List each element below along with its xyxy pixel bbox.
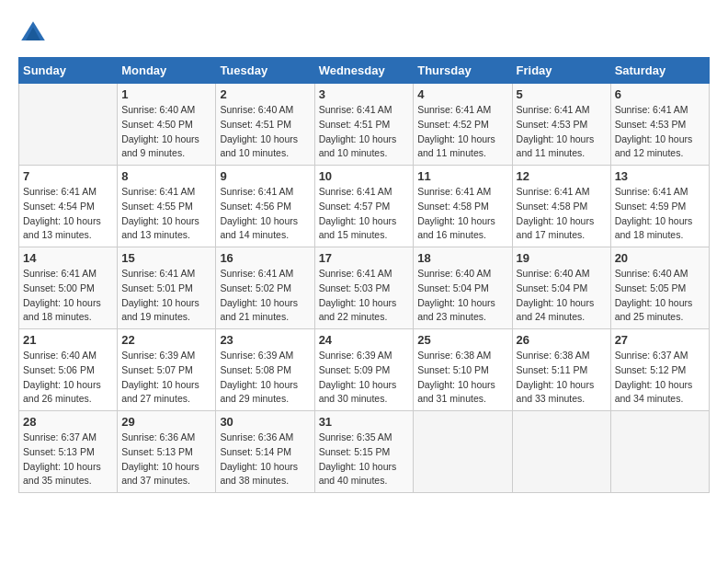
logo bbox=[18, 18, 53, 48]
day-info: Sunrise: 6:41 AMSunset: 4:55 PMDaylight:… bbox=[121, 185, 211, 243]
day-number: 3 bbox=[319, 87, 410, 101]
weekday-header-monday: Monday bbox=[118, 58, 216, 84]
day-number: 31 bbox=[319, 415, 410, 429]
day-cell: 12Sunrise: 6:41 AMSunset: 4:58 PMDayligh… bbox=[512, 166, 610, 247]
day-cell: 10Sunrise: 6:41 AMSunset: 4:57 PMDayligh… bbox=[314, 166, 414, 247]
day-info: Sunrise: 6:41 AMSunset: 4:58 PMDaylight:… bbox=[517, 185, 607, 243]
day-number: 14 bbox=[23, 251, 113, 265]
day-number: 7 bbox=[23, 169, 113, 183]
day-info: Sunrise: 6:41 AMSunset: 5:00 PMDaylight:… bbox=[23, 267, 113, 325]
day-info: Sunrise: 6:40 AMSunset: 5:06 PMDaylight:… bbox=[23, 349, 113, 407]
day-info: Sunrise: 6:39 AMSunset: 5:07 PMDaylight:… bbox=[121, 349, 211, 407]
day-info: Sunrise: 6:41 AMSunset: 5:02 PMDaylight:… bbox=[220, 267, 310, 325]
day-info: Sunrise: 6:41 AMSunset: 4:53 PMDaylight:… bbox=[615, 103, 705, 161]
day-number: 16 bbox=[220, 251, 310, 265]
day-number: 11 bbox=[417, 169, 507, 183]
day-number: 22 bbox=[121, 333, 211, 347]
week-row-4: 21Sunrise: 6:40 AMSunset: 5:06 PMDayligh… bbox=[19, 329, 710, 411]
day-cell: 30Sunrise: 6:36 AMSunset: 5:14 PMDayligh… bbox=[216, 411, 314, 493]
day-cell: 25Sunrise: 6:38 AMSunset: 5:10 PMDayligh… bbox=[414, 329, 512, 411]
day-info: Sunrise: 6:37 AMSunset: 5:12 PMDaylight:… bbox=[615, 349, 705, 407]
day-info: Sunrise: 6:40 AMSunset: 5:04 PMDaylight:… bbox=[517, 267, 607, 325]
day-number: 1 bbox=[121, 87, 211, 101]
day-cell: 13Sunrise: 6:41 AMSunset: 4:59 PMDayligh… bbox=[610, 166, 709, 247]
weekday-header-row: SundayMondayTuesdayWednesdayThursdayFrid… bbox=[19, 58, 710, 84]
day-number: 27 bbox=[615, 333, 705, 347]
day-info: Sunrise: 6:41 AMSunset: 4:59 PMDaylight:… bbox=[615, 185, 705, 243]
calendar-table: SundayMondayTuesdayWednesdayThursdayFrid… bbox=[18, 57, 710, 493]
day-info: Sunrise: 6:41 AMSunset: 4:51 PMDaylight:… bbox=[319, 103, 410, 161]
day-cell: 14Sunrise: 6:41 AMSunset: 5:00 PMDayligh… bbox=[19, 247, 118, 329]
day-cell: 24Sunrise: 6:39 AMSunset: 5:09 PMDayligh… bbox=[314, 329, 414, 411]
day-info: Sunrise: 6:38 AMSunset: 5:10 PMDaylight:… bbox=[417, 349, 507, 407]
day-number: 17 bbox=[319, 251, 410, 265]
day-cell bbox=[19, 84, 118, 166]
day-cell: 6Sunrise: 6:41 AMSunset: 4:53 PMDaylight… bbox=[610, 84, 709, 166]
day-cell: 29Sunrise: 6:36 AMSunset: 5:13 PMDayligh… bbox=[118, 411, 216, 493]
day-number: 23 bbox=[220, 333, 310, 347]
weekday-header-tuesday: Tuesday bbox=[216, 58, 314, 84]
day-info: Sunrise: 6:38 AMSunset: 5:11 PMDaylight:… bbox=[517, 349, 607, 407]
day-number: 6 bbox=[615, 87, 705, 101]
page-header bbox=[18, 18, 710, 48]
day-cell: 27Sunrise: 6:37 AMSunset: 5:12 PMDayligh… bbox=[610, 329, 709, 411]
weekday-header-saturday: Saturday bbox=[610, 58, 709, 84]
day-number: 12 bbox=[517, 169, 607, 183]
day-info: Sunrise: 6:41 AMSunset: 4:57 PMDaylight:… bbox=[319, 185, 410, 243]
week-row-3: 14Sunrise: 6:41 AMSunset: 5:00 PMDayligh… bbox=[19, 247, 710, 329]
day-cell bbox=[610, 411, 709, 493]
day-info: Sunrise: 6:36 AMSunset: 5:14 PMDaylight:… bbox=[220, 431, 310, 488]
day-number: 4 bbox=[417, 87, 507, 101]
day-number: 13 bbox=[615, 169, 705, 183]
day-cell bbox=[414, 411, 512, 493]
day-number: 9 bbox=[220, 169, 310, 183]
day-cell: 31Sunrise: 6:35 AMSunset: 5:15 PMDayligh… bbox=[314, 411, 414, 493]
day-cell: 4Sunrise: 6:41 AMSunset: 4:52 PMDaylight… bbox=[414, 84, 512, 166]
day-number: 20 bbox=[615, 251, 705, 265]
day-cell bbox=[512, 411, 610, 493]
day-cell: 8Sunrise: 6:41 AMSunset: 4:55 PMDaylight… bbox=[118, 166, 216, 247]
day-info: Sunrise: 6:41 AMSunset: 5:01 PMDaylight:… bbox=[121, 267, 211, 325]
weekday-header-sunday: Sunday bbox=[19, 58, 118, 84]
day-cell: 20Sunrise: 6:40 AMSunset: 5:05 PMDayligh… bbox=[610, 247, 709, 329]
day-cell: 22Sunrise: 6:39 AMSunset: 5:07 PMDayligh… bbox=[118, 329, 216, 411]
day-number: 2 bbox=[220, 87, 310, 101]
day-number: 28 bbox=[23, 415, 113, 429]
day-info: Sunrise: 6:39 AMSunset: 5:09 PMDaylight:… bbox=[319, 349, 410, 407]
day-cell: 3Sunrise: 6:41 AMSunset: 4:51 PMDaylight… bbox=[314, 84, 414, 166]
day-number: 21 bbox=[23, 333, 113, 347]
day-number: 10 bbox=[319, 169, 410, 183]
day-info: Sunrise: 6:40 AMSunset: 4:51 PMDaylight:… bbox=[220, 103, 310, 161]
day-number: 24 bbox=[319, 333, 410, 347]
day-info: Sunrise: 6:41 AMSunset: 4:52 PMDaylight:… bbox=[417, 103, 507, 161]
day-info: Sunrise: 6:35 AMSunset: 5:15 PMDaylight:… bbox=[319, 431, 410, 488]
day-cell: 7Sunrise: 6:41 AMSunset: 4:54 PMDaylight… bbox=[19, 166, 118, 247]
day-number: 8 bbox=[121, 169, 211, 183]
day-cell: 1Sunrise: 6:40 AMSunset: 4:50 PMDaylight… bbox=[118, 84, 216, 166]
day-cell: 28Sunrise: 6:37 AMSunset: 5:13 PMDayligh… bbox=[19, 411, 118, 493]
day-info: Sunrise: 6:41 AMSunset: 4:56 PMDaylight:… bbox=[220, 185, 310, 243]
day-number: 15 bbox=[121, 251, 211, 265]
day-number: 30 bbox=[220, 415, 310, 429]
day-cell: 2Sunrise: 6:40 AMSunset: 4:51 PMDaylight… bbox=[216, 84, 314, 166]
day-number: 5 bbox=[517, 87, 607, 101]
day-cell: 17Sunrise: 6:41 AMSunset: 5:03 PMDayligh… bbox=[314, 247, 414, 329]
day-cell: 15Sunrise: 6:41 AMSunset: 5:01 PMDayligh… bbox=[118, 247, 216, 329]
weekday-header-wednesday: Wednesday bbox=[314, 58, 414, 84]
weekday-header-thursday: Thursday bbox=[414, 58, 512, 84]
week-row-2: 7Sunrise: 6:41 AMSunset: 4:54 PMDaylight… bbox=[19, 166, 710, 247]
day-number: 26 bbox=[517, 333, 607, 347]
logo-icon bbox=[18, 18, 48, 48]
day-info: Sunrise: 6:40 AMSunset: 4:50 PMDaylight:… bbox=[121, 103, 211, 161]
day-cell: 16Sunrise: 6:41 AMSunset: 5:02 PMDayligh… bbox=[216, 247, 314, 329]
day-number: 18 bbox=[417, 251, 507, 265]
day-info: Sunrise: 6:41 AMSunset: 4:53 PMDaylight:… bbox=[517, 103, 607, 161]
day-number: 19 bbox=[517, 251, 607, 265]
day-info: Sunrise: 6:40 AMSunset: 5:04 PMDaylight:… bbox=[417, 267, 507, 325]
day-info: Sunrise: 6:41 AMSunset: 4:54 PMDaylight:… bbox=[23, 185, 113, 243]
day-cell: 19Sunrise: 6:40 AMSunset: 5:04 PMDayligh… bbox=[512, 247, 610, 329]
day-cell: 23Sunrise: 6:39 AMSunset: 5:08 PMDayligh… bbox=[216, 329, 314, 411]
week-row-1: 1Sunrise: 6:40 AMSunset: 4:50 PMDaylight… bbox=[19, 84, 710, 166]
day-cell: 21Sunrise: 6:40 AMSunset: 5:06 PMDayligh… bbox=[19, 329, 118, 411]
day-number: 29 bbox=[121, 415, 211, 429]
